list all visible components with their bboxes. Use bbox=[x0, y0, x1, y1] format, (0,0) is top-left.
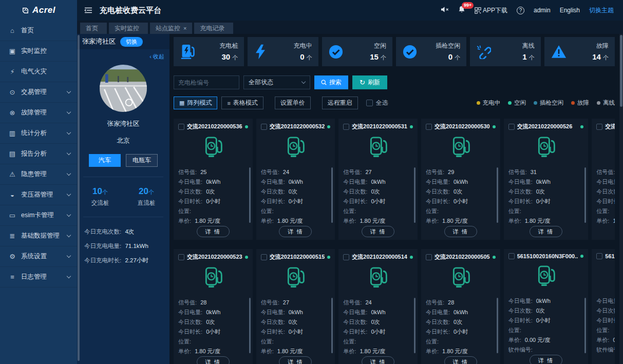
charger-fields: 信号值: 25 今日电量: 0kWh 今日次数: 0次 bbox=[178, 167, 248, 226]
charger-card-header: 561510020160N3F000.. bbox=[596, 253, 615, 259]
tab[interactable]: 实时监控 bbox=[109, 23, 148, 34]
grid-mode-button[interactable]: ▦ 阵列模式 bbox=[174, 97, 217, 109]
base-data-icon: ≣ bbox=[8, 232, 16, 240]
select-all-checkbox[interactable]: 全选 bbox=[366, 99, 388, 107]
charger-checkbox[interactable] bbox=[178, 124, 184, 130]
search-button[interactable]: 搜索 bbox=[314, 75, 348, 89]
charger-checkbox[interactable] bbox=[508, 124, 515, 130]
charger-checkbox[interactable] bbox=[261, 254, 267, 260]
charger-checkbox[interactable] bbox=[426, 254, 432, 260]
card-scrollbar[interactable] bbox=[414, 298, 416, 353]
vehicle-car-button[interactable]: 汽车 bbox=[89, 154, 121, 167]
transaction-icon: ⊙ bbox=[8, 88, 16, 96]
remote-restart-button[interactable]: 远程重启 bbox=[322, 97, 358, 109]
top-bar-main: 充电桩收费云平台 99+ bbox=[77, 0, 623, 21]
menu-fold-icon[interactable] bbox=[84, 7, 92, 14]
charger-card-header: 交流20210220000530 bbox=[426, 123, 496, 130]
detail-button[interactable]: 详 情 bbox=[362, 226, 394, 237]
sidebar-item[interactable]: ▤ 报告分析 bbox=[0, 144, 77, 164]
sidebar-item[interactable]: ◒ 变压器管理 bbox=[0, 185, 77, 205]
mute-icon[interactable] bbox=[441, 6, 449, 14]
charger-checkbox[interactable] bbox=[426, 124, 432, 130]
chevron-down-icon bbox=[67, 110, 71, 114]
detail-button[interactable]: 详 情 bbox=[530, 355, 562, 364]
sidebar-item[interactable]: ≡ 日志管理 bbox=[0, 267, 77, 288]
tab[interactable]: 站点监控 × bbox=[150, 23, 192, 34]
card-scrollbar[interactable] bbox=[497, 298, 498, 353]
card-scrollbar[interactable] bbox=[331, 298, 333, 353]
sidebar-item[interactable]: ⚠ 隐患管理 bbox=[0, 164, 77, 185]
sidebar-item[interactable]: ⊙ 交易管理 bbox=[0, 82, 77, 103]
page-scrollbar-thumb[interactable] bbox=[620, 35, 622, 107]
user-menu[interactable]: admin bbox=[534, 7, 551, 14]
charger-card-header: 交流20210220000524 bbox=[596, 123, 615, 130]
card-scrollbar[interactable] bbox=[414, 167, 416, 223]
refresh-button[interactable]: ↻ 刷新 bbox=[352, 75, 387, 89]
charger-checkbox[interactable] bbox=[343, 254, 349, 260]
charger-checkbox[interactable] bbox=[343, 124, 349, 130]
charger-field: 今日次数: 0次 bbox=[596, 187, 615, 197]
charger-field: 今日次数: 0次 bbox=[178, 317, 248, 327]
sidebar-item[interactable]: ▭ esim卡管理 bbox=[0, 205, 77, 226]
detail-button[interactable]: 详 情 bbox=[362, 356, 394, 364]
help-icon[interactable]: ? bbox=[517, 7, 524, 14]
sidebar-item[interactable]: ⌂ 首页 bbox=[0, 21, 77, 41]
detail-button[interactable]: 详 情 bbox=[279, 226, 312, 237]
check-circle-icon bbox=[329, 45, 343, 59]
charger-checkbox[interactable] bbox=[596, 124, 602, 130]
app-download-link[interactable]: APP下载 bbox=[475, 6, 507, 15]
charger-field: 今日电量: 0kWh bbox=[596, 296, 615, 306]
detail-button[interactable]: 详 情 bbox=[444, 226, 477, 237]
gun-number-input[interactable] bbox=[174, 75, 239, 89]
status-select[interactable]: 全部状态 bbox=[243, 75, 310, 89]
collapse-panel-link[interactable]: ‹ 收起 bbox=[77, 49, 169, 61]
charger-id: 交流20210220000530 bbox=[435, 123, 490, 130]
card-scrollbar[interactable] bbox=[584, 167, 586, 223]
detail-button[interactable]: 详 情 bbox=[197, 356, 230, 364]
stat-card-value: 0 个 bbox=[294, 52, 312, 62]
tab[interactable]: 充电记录 bbox=[194, 23, 233, 34]
charger-checkbox[interactable] bbox=[596, 253, 602, 259]
card-scrollbar[interactable] bbox=[584, 298, 586, 353]
sidebar-item[interactable]: ≣ 基础数据管理 bbox=[0, 226, 77, 246]
card-scrollbar[interactable] bbox=[249, 298, 251, 353]
charger-field: 单价: 1.80 元/度 bbox=[178, 347, 248, 356]
sidebar-item[interactable]: ▣ 实时监控 bbox=[0, 41, 77, 62]
vehicle-ebike-button[interactable]: 电瓶车 bbox=[126, 154, 158, 167]
esim-card-icon: ▭ bbox=[8, 212, 16, 219]
card-scrollbar[interactable] bbox=[331, 167, 333, 223]
sidebar-item[interactable]: ▥ 统计分析 bbox=[0, 123, 77, 144]
charger-status-dot bbox=[327, 125, 330, 128]
sidebar-item-label: 首页 bbox=[21, 26, 34, 35]
card-scrollbar[interactable] bbox=[249, 167, 251, 223]
sidebar-item[interactable]: ⚙ 系统设置 bbox=[0, 246, 77, 267]
notification-bell-icon[interactable]: 99+ bbox=[458, 6, 465, 15]
theme-switch-link[interactable]: 切换主题 bbox=[589, 6, 614, 15]
table-mode-button[interactable]: ≡ 表格模式 bbox=[221, 97, 263, 109]
charger-checkbox[interactable] bbox=[261, 124, 267, 130]
sidebar-item[interactable]: ⊗ 故障管理 bbox=[0, 103, 77, 123]
statistics-icon: ▥ bbox=[8, 129, 16, 137]
panel-scrollbar[interactable] bbox=[78, 35, 80, 361]
detail-button[interactable]: 详 情 bbox=[530, 226, 562, 237]
top-bar-actions: 99+ APP下载 ? admin English 切换主题 bbox=[441, 6, 614, 15]
detail-button[interactable]: 详 情 bbox=[279, 356, 312, 364]
tab[interactable]: 首页 bbox=[80, 23, 107, 34]
charger-card-header: 交流20210220000532 bbox=[261, 123, 331, 130]
detail-button[interactable]: 详 情 bbox=[197, 226, 230, 237]
card-scrollbar[interactable] bbox=[497, 167, 498, 223]
switch-station-button[interactable]: 切换 bbox=[120, 37, 143, 47]
sidebar-item[interactable]: ⚡ 电气火灾 bbox=[0, 62, 77, 82]
detail-button[interactable]: 详 情 bbox=[444, 356, 477, 364]
charger-checkbox[interactable] bbox=[508, 253, 515, 259]
tab-label: 首页 bbox=[86, 24, 98, 33]
charger-id: 交流20210220000515 bbox=[270, 253, 325, 261]
charger-checkbox[interactable] bbox=[178, 254, 184, 260]
stat-card-value: 1 个 bbox=[522, 52, 535, 62]
language-switch[interactable]: English bbox=[560, 7, 580, 14]
stat-card-label: 插枪空闲 bbox=[436, 42, 460, 50]
stat-card-value: 14 个 bbox=[592, 52, 609, 62]
electric-fire-icon: ⚡ bbox=[8, 68, 16, 75]
tab-close-icon[interactable]: × bbox=[183, 25, 186, 31]
set-price-button[interactable]: 设置单价 bbox=[275, 97, 311, 109]
